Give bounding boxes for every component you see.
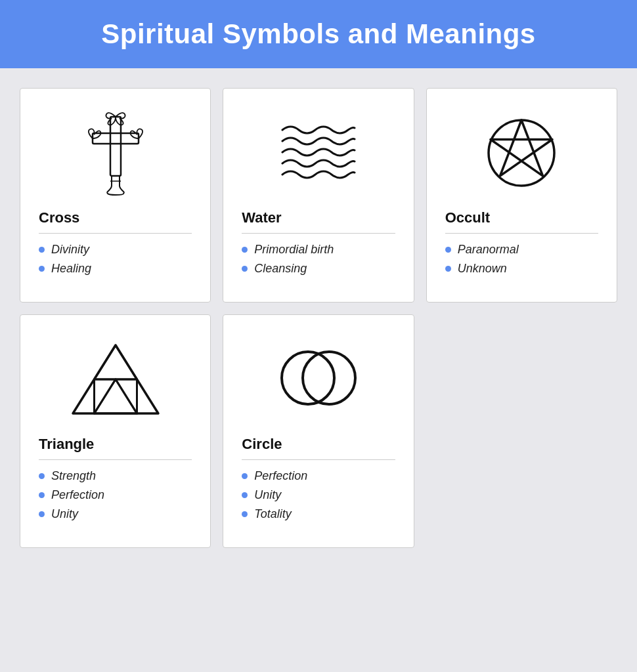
triangle-divider (39, 459, 192, 460)
list-item: Healing (39, 262, 192, 276)
circle-title: Circle (242, 436, 395, 453)
circle-list: Perfection Unity Totality (242, 469, 395, 521)
water-title: Water (242, 209, 395, 226)
bullet-icon (39, 266, 45, 272)
svg-marker-8 (94, 345, 137, 379)
bullet-icon (242, 266, 248, 272)
bullet-icon (242, 473, 248, 479)
card-circle: Circle Perfection Unity Totality (223, 314, 414, 548)
occult-icon (445, 107, 598, 199)
svg-marker-6 (94, 379, 137, 413)
list-item: Cleansing (242, 262, 395, 276)
water-divider (242, 233, 395, 234)
cross-divider (39, 233, 192, 234)
svg-point-2 (489, 120, 554, 186)
bullet-icon (242, 492, 248, 498)
bullet-icon (39, 511, 45, 517)
water-icon (242, 107, 395, 199)
list-item: Unity (39, 507, 192, 521)
svg-point-9 (282, 352, 334, 404)
occult-title: Occult (445, 209, 598, 226)
list-item: Primordial birth (242, 243, 395, 257)
bullet-icon (39, 247, 45, 253)
cross-list: Divinity Healing (39, 243, 192, 276)
bullet-icon (445, 266, 451, 272)
list-item: Divinity (39, 243, 192, 257)
water-list: Primordial birth Cleansing (242, 243, 395, 276)
list-item: Strength (39, 469, 192, 483)
circle-divider (242, 459, 395, 460)
svg-rect-0 (110, 117, 121, 176)
bullet-icon (39, 492, 45, 498)
svg-rect-1 (93, 133, 139, 144)
card-water: Water Primordial birth Cleansing (223, 88, 414, 303)
occult-divider (445, 233, 598, 234)
circle-icon (242, 333, 395, 425)
list-item: Perfection (39, 488, 192, 502)
cross-title: Cross (39, 209, 192, 226)
list-item: Totality (242, 507, 395, 521)
card-occult: Occult Paranormal Unknown (426, 88, 617, 303)
list-item: Unity (242, 488, 395, 502)
bullet-icon (242, 247, 248, 253)
card-triangle: Triangle Strength Perfection Unity (20, 314, 211, 548)
list-item: Unknown (445, 262, 598, 276)
list-item: Paranormal (445, 243, 598, 257)
svg-marker-7 (116, 379, 137, 413)
page-header: Spiritual Symbols and Meanings (0, 0, 637, 68)
triangle-title: Triangle (39, 436, 192, 453)
occult-list: Paranormal Unknown (445, 243, 598, 276)
page-title: Spiritual Symbols and Meanings (13, 18, 624, 50)
list-item: Perfection (242, 469, 395, 483)
bullet-icon (445, 247, 451, 253)
svg-point-10 (303, 352, 355, 404)
cross-icon (39, 107, 192, 199)
card-cross: Cross Divinity Healing (20, 88, 211, 303)
bullet-icon (242, 511, 248, 517)
triangle-list: Strength Perfection Unity (39, 469, 192, 521)
symbol-grid: Cross Divinity Healing Water Primordial … (0, 68, 637, 574)
bullet-icon (39, 473, 45, 479)
triangle-icon (39, 333, 192, 425)
